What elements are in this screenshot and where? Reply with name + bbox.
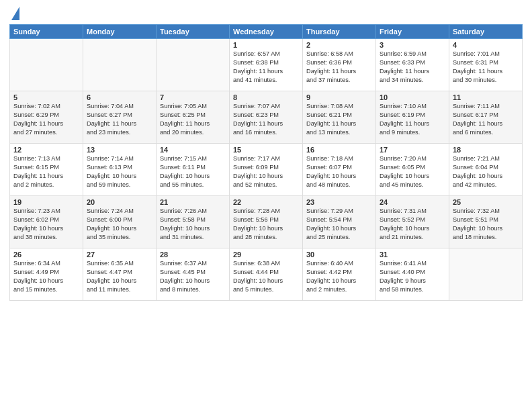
day-content: Sunrise: 7:13 AM Sunset: 6:15 PM Dayligh… [13,154,79,189]
day-number: 4 [453,41,519,49]
calendar-cell: 8Sunrise: 7:07 AM Sunset: 6:23 PM Daylig… [230,91,303,144]
day-number: 19 [13,198,79,206]
day-number: 7 [160,93,226,101]
calendar-cell [449,248,523,301]
calendar-cell: 10Sunrise: 7:10 AM Sunset: 6:19 PM Dayli… [376,91,449,144]
calendar-cell: 6Sunrise: 7:04 AM Sunset: 6:27 PM Daylig… [83,91,157,144]
day-content: Sunrise: 7:05 AM Sunset: 6:25 PM Dayligh… [160,102,226,137]
day-number: 31 [380,250,445,259]
day-content: Sunrise: 7:21 AM Sunset: 6:04 PM Dayligh… [453,154,519,189]
calendar-cell: 4Sunrise: 7:01 AM Sunset: 6:31 PM Daylig… [449,39,523,91]
day-number: 2 [306,41,372,49]
day-number: 20 [87,198,152,206]
day-number: 11 [453,93,519,101]
calendar-cell: 28Sunrise: 6:37 AM Sunset: 4:45 PM Dayli… [157,248,230,301]
calendar-week-row: 19Sunrise: 7:23 AM Sunset: 6:02 PM Dayli… [10,196,523,248]
day-number: 24 [380,198,445,206]
day-number: 21 [160,198,226,206]
day-content: Sunrise: 7:07 AM Sunset: 6:23 PM Dayligh… [233,102,299,137]
calendar-cell: 13Sunrise: 7:14 AM Sunset: 6:13 PM Dayli… [83,144,157,196]
calendar-cell: 20Sunrise: 7:24 AM Sunset: 6:00 PM Dayli… [83,196,157,248]
calendar-cell: 15Sunrise: 7:17 AM Sunset: 6:09 PM Dayli… [230,144,303,196]
day-content: Sunrise: 7:23 AM Sunset: 6:02 PM Dayligh… [13,207,79,242]
calendar-cell: 19Sunrise: 7:23 AM Sunset: 6:02 PM Dayli… [10,196,83,248]
calendar-week-row: 5Sunrise: 7:02 AM Sunset: 6:29 PM Daylig… [10,91,523,144]
day-content: Sunrise: 6:35 AM Sunset: 4:47 PM Dayligh… [87,259,152,294]
day-content: Sunrise: 7:29 AM Sunset: 5:54 PM Dayligh… [306,207,372,242]
day-content: Sunrise: 7:26 AM Sunset: 5:58 PM Dayligh… [160,207,226,242]
day-number: 25 [453,198,519,206]
day-content: Sunrise: 7:15 AM Sunset: 6:11 PM Dayligh… [160,154,226,189]
calendar-cell: 2Sunrise: 6:58 AM Sunset: 6:36 PM Daylig… [303,39,376,91]
calendar-cell: 16Sunrise: 7:18 AM Sunset: 6:07 PM Dayli… [303,144,376,196]
day-number: 28 [160,250,226,259]
calendar-cell: 26Sunrise: 6:34 AM Sunset: 4:49 PM Dayli… [10,248,83,301]
calendar-cell: 17Sunrise: 7:20 AM Sunset: 6:05 PM Dayli… [376,144,449,196]
day-content: Sunrise: 7:32 AM Sunset: 5:51 PM Dayligh… [453,207,519,242]
day-number: 15 [233,146,299,154]
day-number: 8 [233,93,299,101]
calendar-cell: 9Sunrise: 7:08 AM Sunset: 6:21 PM Daylig… [303,91,376,144]
day-content: Sunrise: 6:57 AM Sunset: 6:38 PM Dayligh… [233,50,299,85]
day-content: Sunrise: 6:58 AM Sunset: 6:36 PM Dayligh… [306,50,372,85]
day-number: 12 [13,146,79,154]
page-container: SundayMondayTuesdayWednesdayThursdayFrid… [0,0,532,305]
day-content: Sunrise: 7:28 AM Sunset: 5:56 PM Dayligh… [233,207,299,242]
day-number: 29 [233,250,299,259]
day-content: Sunrise: 7:08 AM Sunset: 6:21 PM Dayligh… [306,102,372,137]
day-number: 10 [380,93,445,101]
day-number: 9 [306,93,372,101]
calendar-day-header: Tuesday [157,25,230,39]
day-content: Sunrise: 7:18 AM Sunset: 6:07 PM Dayligh… [306,154,372,189]
calendar-cell: 1Sunrise: 6:57 AM Sunset: 6:38 PM Daylig… [230,39,303,91]
day-content: Sunrise: 6:41 AM Sunset: 4:40 PM Dayligh… [380,259,445,294]
calendar-day-header: Thursday [303,25,376,39]
calendar-cell: 21Sunrise: 7:26 AM Sunset: 5:58 PM Dayli… [157,196,230,248]
calendar-cell: 7Sunrise: 7:05 AM Sunset: 6:25 PM Daylig… [157,91,230,144]
day-content: Sunrise: 7:10 AM Sunset: 6:19 PM Dayligh… [380,102,445,137]
calendar-cell: 27Sunrise: 6:35 AM Sunset: 4:47 PM Dayli… [83,248,157,301]
calendar-cell: 24Sunrise: 7:31 AM Sunset: 5:52 PM Dayli… [376,196,449,248]
calendar-cell: 5Sunrise: 7:02 AM Sunset: 6:29 PM Daylig… [10,91,83,144]
calendar-table: SundayMondayTuesdayWednesdayThursdayFrid… [9,24,523,301]
day-content: Sunrise: 6:38 AM Sunset: 4:44 PM Dayligh… [233,259,299,294]
day-number: 22 [233,198,299,206]
day-number: 17 [380,146,445,154]
day-number: 23 [306,198,372,206]
calendar-cell: 25Sunrise: 7:32 AM Sunset: 5:51 PM Dayli… [449,196,523,248]
calendar-cell: 12Sunrise: 7:13 AM Sunset: 6:15 PM Dayli… [10,144,83,196]
day-content: Sunrise: 6:37 AM Sunset: 4:45 PM Dayligh… [160,259,226,294]
calendar-day-header: Wednesday [230,25,303,39]
calendar-day-header: Friday [376,25,449,39]
calendar-cell [83,39,157,91]
calendar-cell: 31Sunrise: 6:41 AM Sunset: 4:40 PM Dayli… [376,248,449,301]
calendar-week-row: 1Sunrise: 6:57 AM Sunset: 6:38 PM Daylig… [10,39,523,91]
day-content: Sunrise: 7:04 AM Sunset: 6:27 PM Dayligh… [87,102,152,137]
day-content: Sunrise: 7:01 AM Sunset: 6:31 PM Dayligh… [453,50,519,85]
page-header [9,7,523,20]
day-number: 3 [380,41,445,49]
calendar-day-header: Saturday [449,25,523,39]
calendar-cell: 29Sunrise: 6:38 AM Sunset: 4:44 PM Dayli… [230,248,303,301]
day-content: Sunrise: 6:59 AM Sunset: 6:33 PM Dayligh… [380,50,445,85]
calendar-week-row: 12Sunrise: 7:13 AM Sunset: 6:15 PM Dayli… [10,144,523,196]
calendar-cell: 18Sunrise: 7:21 AM Sunset: 6:04 PM Dayli… [449,144,523,196]
day-content: Sunrise: 6:40 AM Sunset: 4:42 PM Dayligh… [306,259,372,294]
calendar-cell: 30Sunrise: 6:40 AM Sunset: 4:42 PM Dayli… [303,248,376,301]
calendar-header-row: SundayMondayTuesdayWednesdayThursdayFrid… [10,25,523,39]
day-number: 30 [306,250,372,259]
calendar-cell [10,39,83,91]
day-number: 16 [306,146,372,154]
day-content: Sunrise: 7:31 AM Sunset: 5:52 PM Dayligh… [380,207,445,242]
day-number: 5 [13,93,79,101]
day-number: 27 [87,250,152,259]
day-number: 14 [160,146,226,154]
day-number: 26 [13,250,79,259]
day-content: Sunrise: 7:24 AM Sunset: 6:00 PM Dayligh… [87,207,152,242]
calendar-cell [157,39,230,91]
calendar-week-row: 26Sunrise: 6:34 AM Sunset: 4:49 PM Dayli… [10,248,523,301]
day-number: 1 [233,41,299,49]
calendar-cell: 14Sunrise: 7:15 AM Sunset: 6:11 PM Dayli… [157,144,230,196]
logo [9,7,19,20]
day-number: 6 [87,93,152,101]
